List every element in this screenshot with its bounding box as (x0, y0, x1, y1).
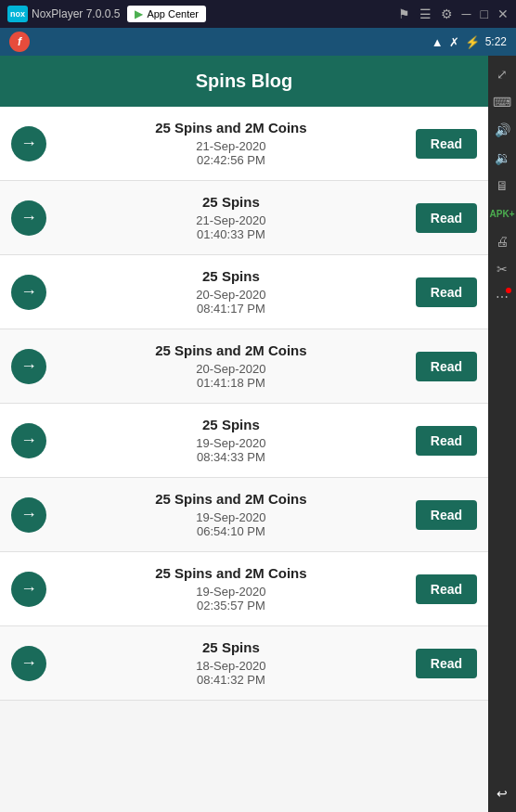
nox-title: NoxPlayer 7.0.0.5 (32, 7, 120, 20)
app-center-label: App Center (147, 8, 199, 19)
nox-logo: nox NoxPlayer 7.0.0.5 (7, 6, 120, 22)
blog-list-item: → 25 Spins and 2M Coins 19-Sep-2020 02:3… (0, 552, 488, 626)
close-button[interactable]: ✕ (497, 6, 509, 21)
blog-title-2: 25 Spins (56, 194, 406, 210)
blog-time-8: 08:41:32 PM (56, 673, 406, 687)
screen-icon[interactable]: 🖥 (491, 174, 513, 197)
add-apk-icon[interactable]: APK+ (491, 202, 513, 225)
blog-time-7: 02:35:57 PM (56, 599, 406, 612)
arrow-button-3[interactable]: → (11, 275, 46, 310)
read-button-1[interactable]: Read (416, 129, 477, 159)
blog-info-8: 25 Spins 18-Sep-2020 08:41:32 PM (46, 639, 416, 687)
arrow-button-8[interactable]: → (11, 646, 46, 681)
status-bar-right: ▲ ✗ ⚡ 5:22 (432, 35, 507, 49)
blog-info-2: 25 Spins 21-Sep-2020 01:40:33 PM (46, 194, 416, 241)
read-button-2[interactable]: Read (416, 203, 477, 233)
print-icon[interactable]: 🖨 (491, 230, 513, 252)
blog-list-item: → 25 Spins 18-Sep-2020 08:41:32 PM Read (0, 626, 488, 701)
read-button-6[interactable]: Read (416, 500, 477, 530)
blog-list: → 25 Spins and 2M Coins 21-Sep-2020 02:4… (0, 107, 488, 701)
blog-date-8: 18-Sep-2020 (56, 659, 406, 673)
battery-charge-icon: ⚡ (465, 35, 480, 49)
blog-info-6: 25 Spins and 2M Coins 19-Sep-2020 06:54:… (46, 491, 416, 538)
blog-list-item: → 25 Spins 19-Sep-2020 08:34:33 PM Read (0, 404, 488, 478)
blog-info-3: 25 Spins 20-Sep-2020 08:41:17 PM (46, 268, 416, 316)
blog-list-item: → 25 Spins 20-Sep-2020 08:41:17 PM Read (0, 255, 488, 329)
arrow-button-2[interactable]: → (11, 200, 46, 236)
right-sidebar: ⤢ ⌨ 🔊 🔉 🖥 APK+ 🖨 ✂ ⋯ ↩ (488, 56, 516, 812)
wifi-icon: ▲ (432, 35, 444, 49)
read-button-3[interactable]: Read (416, 277, 477, 307)
title-bar-right: ⚑ ☰ ⚙ ─ □ ✕ (398, 6, 509, 21)
blog-date-6: 19-Sep-2020 (56, 510, 406, 524)
blog-time-2: 01:40:33 PM (56, 227, 406, 241)
blog-date-3: 20-Sep-2020 (56, 288, 406, 302)
blog-time-5: 08:34:33 PM (56, 450, 406, 464)
blog-info-7: 25 Spins and 2M Coins 19-Sep-2020 02:35:… (46, 565, 416, 612)
app-header: Spins Blog (0, 56, 488, 107)
blog-title-3: 25 Spins (56, 268, 406, 284)
read-button-5[interactable]: Read (416, 426, 477, 456)
title-bar: nox NoxPlayer 7.0.0.5 ▶ App Center ⚑ ☰ ⚙… (0, 0, 516, 28)
expand-icon[interactable]: ⤢ (491, 63, 513, 85)
main-content: Spins Blog → 25 Spins and 2M Coins 21-Se… (0, 56, 488, 812)
blog-time-4: 01:41:18 PM (56, 376, 406, 390)
app-center-button[interactable]: ▶ App Center (127, 6, 206, 22)
status-time: 5:22 (485, 35, 507, 48)
blog-time-3: 08:41:17 PM (56, 302, 406, 316)
nox-player-icon: f (9, 32, 30, 52)
blog-title-8: 25 Spins (56, 639, 406, 655)
blog-list-item: → 25 Spins 21-Sep-2020 01:40:33 PM Read (0, 181, 488, 255)
status-bar-left: f (9, 32, 30, 52)
blog-title-4: 25 Spins and 2M Coins (56, 342, 406, 358)
status-bar: f ▲ ✗ ⚡ 5:22 (0, 28, 516, 56)
blog-date-1: 21-Sep-2020 (56, 139, 406, 153)
blog-date-2: 21-Sep-2020 (56, 213, 406, 227)
keyboard-icon[interactable]: ⌨ (491, 91, 513, 113)
scissors-icon[interactable]: ✂ (491, 258, 513, 280)
blog-title-1: 25 Spins and 2M Coins (56, 120, 406, 135)
maximize-button[interactable]: □ (481, 6, 488, 21)
read-button-4[interactable]: Read (416, 352, 477, 381)
read-button-7[interactable]: Read (416, 574, 477, 604)
page-title: Spins Blog (196, 71, 292, 91)
arrow-button-6[interactable]: → (11, 497, 46, 533)
arrow-button-1[interactable]: → (11, 126, 46, 161)
minimize-button[interactable]: ─ (462, 6, 471, 21)
more-icon[interactable]: ⋯ (491, 286, 513, 308)
settings-icon[interactable]: ⚙ (441, 6, 453, 21)
blog-time-1: 02:42:56 PM (56, 153, 406, 167)
arrow-button-7[interactable]: → (11, 572, 46, 607)
blog-list-item: → 25 Spins and 2M Coins 19-Sep-2020 06:5… (0, 478, 488, 552)
blog-title-5: 25 Spins (56, 417, 406, 432)
blog-info-5: 25 Spins 19-Sep-2020 08:34:33 PM (46, 417, 416, 464)
read-button-8[interactable]: Read (416, 649, 477, 678)
nox-logo-icon: nox (7, 6, 28, 22)
blog-list-item: → 25 Spins and 2M Coins 21-Sep-2020 02:4… (0, 107, 488, 181)
signal-off-icon: ✗ (449, 35, 459, 49)
flag-icon[interactable]: ⚑ (398, 6, 410, 21)
blog-date-5: 19-Sep-2020 (56, 436, 406, 450)
blog-date-7: 19-Sep-2020 (56, 585, 406, 599)
arrow-button-5[interactable]: → (11, 423, 46, 458)
blog-info-4: 25 Spins and 2M Coins 20-Sep-2020 01:41:… (46, 342, 416, 390)
menu-icon[interactable]: ☰ (419, 6, 432, 21)
volume-down-icon[interactable]: 🔉 (491, 147, 513, 169)
volume-up-icon[interactable]: 🔊 (491, 119, 513, 141)
blog-date-4: 20-Sep-2020 (56, 362, 406, 376)
blog-title-6: 25 Spins and 2M Coins (56, 491, 406, 507)
blog-list-item: → 25 Spins and 2M Coins 20-Sep-2020 01:4… (0, 329, 488, 404)
play-icon: ▶ (135, 7, 143, 20)
blog-time-6: 06:54:10 PM (56, 524, 406, 538)
arrow-button-4[interactable]: → (11, 349, 46, 384)
blog-info-1: 25 Spins and 2M Coins 21-Sep-2020 02:42:… (46, 120, 416, 167)
title-bar-left: nox NoxPlayer 7.0.0.5 ▶ App Center (7, 6, 206, 22)
blog-title-7: 25 Spins and 2M Coins (56, 565, 406, 581)
back-icon[interactable]: ↩ (491, 782, 513, 805)
